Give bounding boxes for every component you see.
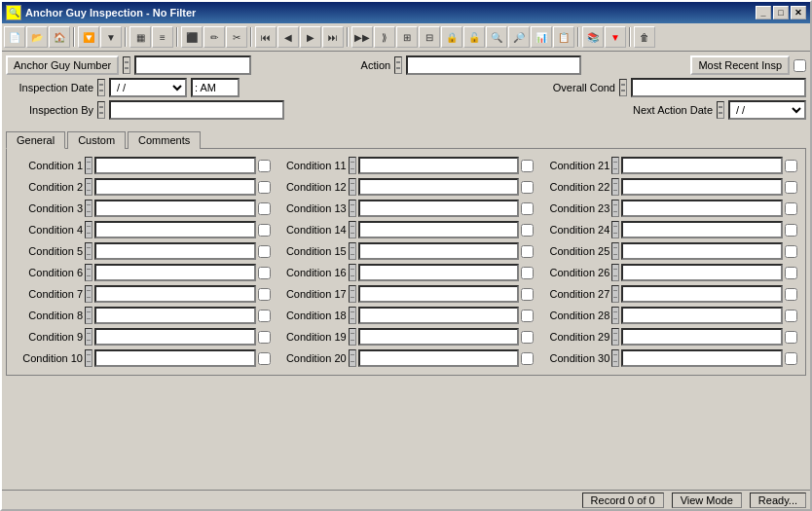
condition-input-10[interactable] (94, 349, 256, 367)
condition-input-8[interactable] (94, 307, 256, 324)
condition-input-2[interactable] (94, 178, 256, 196)
toolbar-btn-c[interactable]: ✂ (226, 26, 247, 48)
overall-cond-input[interactable] (631, 78, 806, 97)
toolbar-btn-p[interactable]: 🗑 (634, 26, 655, 48)
condition-check-4[interactable] (258, 224, 271, 237)
condition-check-7[interactable] (258, 288, 271, 301)
condition-input-4[interactable] (94, 221, 256, 238)
condition-check-5[interactable] (258, 245, 271, 258)
condition-check-2[interactable] (258, 181, 271, 194)
new-button[interactable]: 📄 (4, 26, 25, 48)
condition-check-13[interactable] (521, 202, 534, 215)
toolbar-btn-k[interactable]: 🔎 (508, 26, 530, 48)
most-recent-insp-checkbox[interactable] (794, 59, 806, 72)
condition-input-7[interactable] (94, 285, 256, 303)
condition-input-1[interactable] (94, 157, 256, 174)
toolbar-btn-e[interactable]: ⟫ (374, 26, 395, 48)
condition-check-1[interactable] (258, 160, 271, 172)
nav-first[interactable]: ⏮ (255, 26, 277, 48)
open-button[interactable]: 📂 (26, 26, 48, 48)
filter-button[interactable]: 🔽 (78, 26, 99, 48)
most-recent-insp-button[interactable]: Most Recent Insp (690, 55, 790, 75)
condition-input-21[interactable] (621, 157, 783, 174)
toolbar-btn-o[interactable]: ▼ (605, 26, 626, 48)
condition-input-19[interactable] (358, 328, 520, 346)
condition-input-17[interactable] (358, 285, 520, 303)
condition-input-27[interactable] (621, 285, 783, 303)
condition-check-21[interactable] (785, 160, 797, 172)
condition-input-16[interactable] (358, 264, 520, 281)
maximize-button[interactable]: □ (773, 6, 789, 19)
condition-check-19[interactable] (521, 331, 534, 344)
nav-last[interactable]: ⏭ (322, 26, 344, 48)
tab-custom[interactable]: Custom (67, 131, 126, 149)
condition-check-6[interactable] (258, 267, 271, 279)
condition-input-14[interactable] (358, 221, 520, 238)
condition-check-30[interactable] (785, 352, 797, 365)
condition-check-18[interactable] (521, 310, 534, 322)
condition-input-9[interactable] (94, 328, 256, 346)
condition-input-3[interactable] (94, 200, 256, 217)
condition-check-22[interactable] (785, 181, 797, 194)
nav-next[interactable]: ▶ (300, 26, 321, 48)
inspection-time-input[interactable] (191, 78, 240, 97)
condition-check-3[interactable] (258, 202, 271, 215)
toolbar-btn-i[interactable]: 🔓 (463, 26, 485, 48)
condition-input-28[interactable] (621, 307, 783, 324)
condition-check-14[interactable] (521, 224, 534, 237)
toolbar-btn-d[interactable]: ▶▶ (351, 26, 373, 48)
filter2-button[interactable]: ▼ (100, 26, 122, 48)
toolbar-btn-b[interactable]: ✏ (203, 26, 225, 48)
toolbar-btn-h[interactable]: 🔒 (441, 26, 462, 48)
inspection-by-input[interactable] (109, 100, 284, 120)
condition-input-26[interactable] (621, 264, 783, 281)
inspection-date-select[interactable]: / / (109, 78, 187, 97)
condition-input-15[interactable] (358, 242, 520, 260)
toolbar-btn-l[interactable]: 📊 (531, 26, 552, 48)
condition-input-5[interactable] (94, 242, 256, 260)
condition-input-12[interactable] (358, 178, 520, 196)
toolbar-btn-m[interactable]: 📋 (553, 26, 574, 48)
toolbar-btn-a[interactable]: ⬛ (181, 26, 203, 48)
condition-check-8[interactable] (258, 310, 271, 322)
condition-check-16[interactable] (521, 267, 534, 279)
anchor-guy-number-input[interactable] (134, 55, 251, 75)
condition-check-10[interactable] (258, 352, 271, 365)
condition-check-27[interactable] (785, 288, 797, 301)
condition-check-25[interactable] (785, 245, 797, 258)
list-button[interactable]: ≡ (152, 26, 173, 48)
condition-input-29[interactable] (621, 328, 783, 346)
grid-button[interactable]: ▦ (129, 26, 151, 48)
condition-check-15[interactable] (521, 245, 534, 258)
next-action-date-select[interactable]: / / (728, 100, 806, 120)
close-button[interactable]: ✕ (791, 6, 806, 19)
condition-input-22[interactable] (621, 178, 783, 196)
condition-input-11[interactable] (358, 157, 520, 174)
condition-check-9[interactable] (258, 331, 271, 344)
condition-input-25[interactable] (621, 242, 783, 260)
toolbar-btn-f[interactable]: ⊞ (396, 26, 418, 48)
nav-prev[interactable]: ◀ (277, 26, 299, 48)
toolbar-btn-j[interactable]: 🔍 (486, 26, 507, 48)
anchor-guy-number-button[interactable]: Anchor Guy Number (6, 55, 119, 75)
condition-input-18[interactable] (358, 307, 520, 324)
condition-check-28[interactable] (785, 310, 797, 322)
condition-check-11[interactable] (521, 160, 534, 172)
condition-check-29[interactable] (785, 331, 797, 344)
tab-general[interactable]: General (6, 131, 65, 149)
condition-check-17[interactable] (521, 288, 534, 301)
condition-input-30[interactable] (621, 349, 783, 367)
condition-input-6[interactable] (94, 264, 256, 281)
condition-input-13[interactable] (358, 200, 520, 217)
condition-input-23[interactable] (621, 200, 783, 217)
home-button[interactable]: 🏠 (49, 26, 70, 48)
condition-check-23[interactable] (785, 202, 797, 215)
toolbar-btn-g[interactable]: ⊟ (419, 26, 440, 48)
tab-comments[interactable]: Comments (128, 131, 201, 149)
condition-check-24[interactable] (785, 224, 797, 237)
action-input[interactable] (406, 55, 581, 75)
toolbar-btn-n[interactable]: 📚 (582, 26, 604, 48)
condition-input-24[interactable] (621, 221, 783, 238)
condition-check-20[interactable] (521, 352, 534, 365)
condition-check-26[interactable] (785, 267, 797, 279)
